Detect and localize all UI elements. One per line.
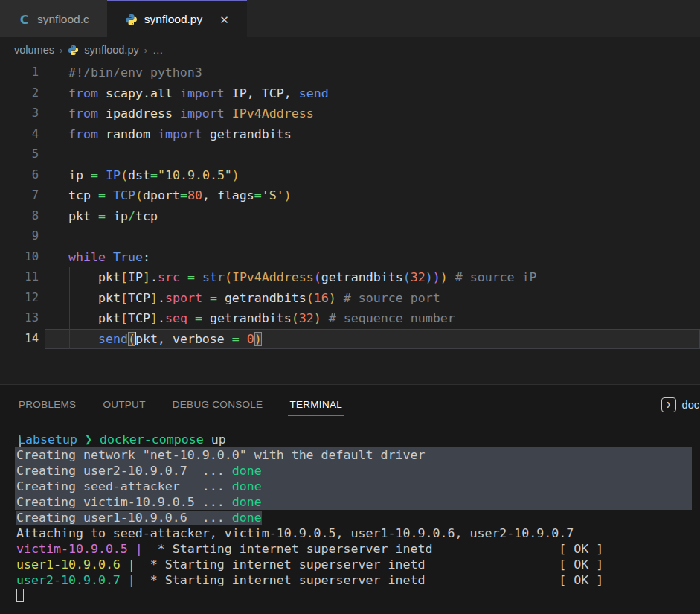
code-token (180, 270, 187, 284)
terminal-output[interactable]: Labsetup ❯ docker-compose upCreating net… (0, 424, 700, 614)
terminal-text: Creating seed-attacker ... (16, 479, 232, 493)
code-token: 32 (299, 311, 314, 325)
code-line[interactable]: 2from scapy.all import IP, TCP, send (0, 83, 700, 104)
panel-tab-output[interactable]: OUTPUT (103, 393, 145, 416)
code-text: from ipaddress import IPv4Address (39, 103, 314, 124)
panel-tab-problems[interactable]: PROBLEMS (19, 393, 76, 416)
code-line[interactable]: 8pkt = ip/tcp (0, 206, 700, 227)
code-token: ] (150, 291, 158, 305)
code-text: pkt[IP].src = str(IPv4Address(getrandbit… (39, 267, 537, 288)
code-token (202, 127, 210, 141)
code-token: IP (106, 168, 121, 182)
code-token: pkt (68, 311, 121, 325)
terminal-text: Attaching to seed-attacker, victim-10.9.… (16, 526, 574, 540)
line-number: 2 (0, 83, 39, 104)
chevron-right-icon: › (144, 45, 147, 56)
code-token: getrandbits (321, 270, 403, 284)
terminal-cursor (16, 589, 24, 602)
code-token (173, 86, 180, 100)
terminal-text: Labsetup (18, 432, 77, 447)
close-tab-icon[interactable]: ✕ (219, 14, 229, 25)
code-line[interactable]: 1#!/bin/env python3 (0, 63, 700, 83)
code-token: getrandbits (210, 127, 292, 141)
code-token (217, 291, 225, 305)
code-token (173, 106, 180, 121)
breadcrumb-item-file[interactable]: synflood.py (84, 44, 138, 56)
code-line[interactable]: 11 pkt[IP].src = str(IPv4Address(getrand… (0, 267, 700, 288)
line-number: 7 (0, 185, 39, 206)
tab-synflood-py[interactable]: synflood.py ✕ (107, 0, 247, 37)
code-token: # source iP (448, 270, 537, 284)
code-token: # source port (336, 291, 440, 305)
code-token: = (187, 270, 195, 284)
c-language-icon: C (18, 13, 30, 26)
code-token: ( (306, 291, 314, 305)
tab-synflood-c[interactable]: C synflood.c (0, 0, 107, 37)
code-line[interactable]: 4from random import getrandbits (0, 124, 700, 145)
python-icon (125, 13, 138, 26)
code-line[interactable]: 10while True: (0, 247, 700, 268)
code-token: IPv4Address (232, 106, 314, 121)
code-token: = (150, 168, 158, 182)
breadcrumb-item-volumes[interactable]: volumes (14, 44, 54, 56)
code-line[interactable]: 3from ipaddress import IPv4Address (0, 103, 700, 124)
terminal-text: up (204, 432, 226, 447)
code-token: = (195, 311, 202, 325)
code-token: pkt (135, 332, 158, 346)
line-number: 3 (0, 103, 39, 124)
panel-tab-terminal[interactable]: TERMINAL (289, 393, 342, 416)
code-token: getrandbits (210, 311, 292, 325)
terminal-text: * Starting internet superserver inetd [ … (135, 573, 603, 587)
code-token: dport (143, 188, 180, 202)
line-number: 14 (0, 329, 39, 350)
code-token (98, 168, 106, 182)
terminal-line: user1-10.9.0.6 | * Starting internet sup… (0, 557, 700, 572)
code-editor[interactable]: 1#!/bin/env python32from scapy.all impor… (0, 63, 700, 384)
terminal-line: Attaching to seed-attacker, victim-10.9.… (0, 525, 700, 541)
terminal-text: victim-10.9.0.5 | (16, 542, 143, 556)
code-line[interactable]: 14 send(pkt, verbose = 0) (0, 329, 700, 350)
code-token (225, 106, 232, 121)
code-token (98, 86, 106, 100)
code-token: ] (150, 311, 158, 325)
tab-label: synflood.c (37, 13, 89, 26)
code-line[interactable]: 7tcp = TCP(dport=80, flags='S') (0, 185, 700, 206)
code-line[interactable]: 5 (0, 144, 700, 165)
code-token: str (202, 270, 225, 284)
code-token: = (91, 168, 98, 182)
code-token: ) (314, 311, 321, 325)
code-line[interactable]: 12 pkt[TCP].sport = getrandbits(16) # so… (0, 288, 700, 309)
code-line[interactable]: 13 pkt[TCP].seq = getrandbits(32) # sequ… (0, 308, 700, 329)
code-token: ) (329, 291, 336, 305)
code-text: ip = IP(dst="10.9.0.5") (39, 165, 240, 186)
panel-tab-debug-console[interactable]: DEBUG CONSOLE (173, 393, 263, 416)
panel-header: PROBLEMS OUTPUT DEBUG CONSOLE TERMINAL ❯… (0, 384, 700, 424)
code-token: . (158, 291, 165, 305)
code-token: 'S' (262, 188, 284, 202)
terminal-text: done (232, 479, 262, 493)
tab-label: synflood.py (144, 13, 202, 26)
code-token: pkt (68, 209, 98, 223)
line-number: 9 (0, 226, 39, 247)
code-token: "10.9.0.5" (158, 168, 232, 182)
terminal-text: user2-10.9.0.7 | (16, 573, 135, 587)
code-token: ip (68, 168, 91, 182)
line-number: 6 (0, 165, 39, 186)
code-line[interactable]: 6ip = IP(dst="10.9.0.5") (0, 165, 700, 186)
terminal-text: ❯ docker-compose (77, 432, 204, 447)
code-token (98, 106, 106, 121)
breadcrumb-item-symbol[interactable]: … (152, 44, 164, 56)
code-token: = (254, 188, 262, 202)
line-number: 13 (0, 308, 39, 329)
breadcrumb: volumes › synflood.py › … (0, 37, 700, 63)
code-token: 80 (187, 188, 202, 202)
terminal-shell-picker[interactable]: ❯ doc (661, 385, 700, 424)
code-line[interactable]: 9 (0, 226, 700, 247)
indent-guide (69, 308, 70, 329)
code-token: getrandbits (225, 291, 306, 305)
code-token: IP, TCP, (225, 86, 299, 100)
terminal-text: * Starting internet superserver inetd [ … (135, 557, 603, 572)
terminal-line: Creating user2-10.9.0.7 ... done (0, 463, 700, 479)
code-token: TCP (113, 188, 135, 202)
chevron-right-icon: › (60, 45, 62, 56)
